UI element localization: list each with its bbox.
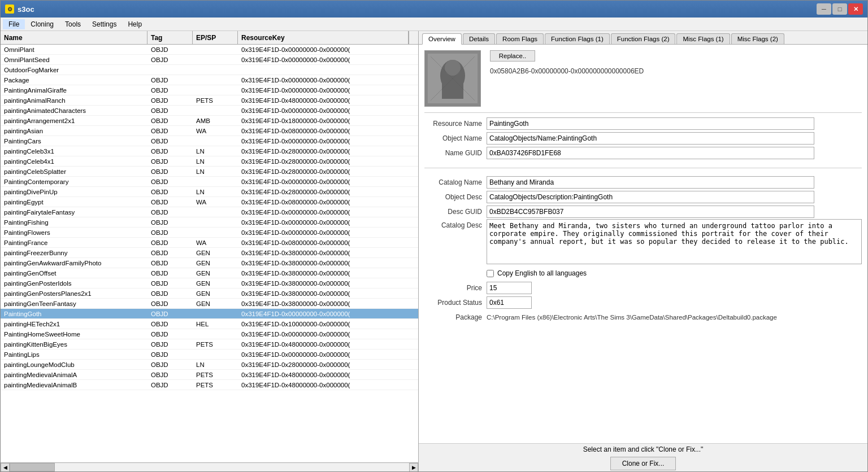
- list-row[interactable]: paintingCelebSplatter OBJD LN 0x319E4F1D…: [1, 167, 418, 177]
- tab-function-flags-2[interactable]: Function Flags (2): [611, 33, 676, 44]
- label-name-guid: Name GUID: [424, 146, 487, 160]
- list-row[interactable]: paintingGenPostersPlanes2x1 OBJD GEN 0x3…: [1, 289, 418, 299]
- list-row[interactable]: PaintingFishing OBJD 0x319E4F1D-0x000000…: [1, 217, 418, 228]
- cell-name: PaintingFishing: [1, 218, 147, 226]
- list-row[interactable]: paintingFairytaleFantasy OBJD 0x319E4F1D…: [1, 207, 418, 217]
- maximize-button[interactable]: □: [832, 3, 847, 15]
- menu-settings[interactable]: Settings: [86, 19, 122, 29]
- list-row[interactable]: PaintingContemporary OBJD 0x319E4F1D-0x0…: [1, 177, 418, 187]
- cell-rk: 0x319E4F1D-0x00000000-0x000000(: [238, 178, 418, 186]
- list-row[interactable]: OmniPlantSeed OBJD 0x319E4F1D-0x00000000…: [1, 55, 418, 65]
- list-row[interactable]: paintingGenPosterIdols OBJD GEN 0x319E4F…: [1, 278, 418, 289]
- tab-misc-flags-1[interactable]: Misc Flags (1): [676, 33, 730, 44]
- cell-rk: 0x319E4F1D-0x28000000-0x000000(: [238, 147, 418, 155]
- list-row[interactable]: paintingAnimalRanch OBJD PETS 0x319E4F1D…: [1, 95, 418, 106]
- input-desc-guid[interactable]: [487, 206, 814, 218]
- textarea-catalog-desc[interactable]: [487, 219, 862, 264]
- form-row-desc-guid: Desc GUID: [424, 204, 862, 219]
- cell-name: PaintingAnimalGiraffe: [1, 86, 147, 94]
- form-row-copy-english: Copy English to all languages: [424, 266, 862, 281]
- list-row[interactable]: PaintingFlowers OBJD 0x319E4F1D-0x000000…: [1, 228, 418, 238]
- list-row[interactable]: paintingGenAwkwardFamilyPhoto OBJD GEN 0…: [1, 258, 418, 268]
- list-row[interactable]: paintingMedievalAnimalB OBJD PETS 0x319E…: [1, 380, 418, 390]
- list-row[interactable]: paintingHETech2x1 OBJD HEL 0x319E4F1D-0x…: [1, 319, 418, 329]
- cell-rk: 0x319E4F1D-0x28000000-0x000000(: [238, 188, 418, 196]
- list-row[interactable]: paintingCeleb4x1 OBJD LN 0x319E4F1D-0x28…: [1, 156, 418, 167]
- form-row-divider: [424, 160, 862, 175]
- list-row[interactable]: paintingGenOffset OBJD GEN 0x319E4F1D-0x…: [1, 268, 418, 278]
- cell-name: paintingGenOffset: [1, 269, 147, 277]
- col-header-epsp[interactable]: EP/SP: [193, 31, 238, 44]
- input-resource-name[interactable]: [487, 117, 814, 130]
- tab-details[interactable]: Details: [463, 33, 495, 44]
- input-catalog-name[interactable]: [487, 176, 814, 189]
- menu-help[interactable]: Help: [122, 19, 147, 29]
- input-product-status[interactable]: [487, 296, 532, 309]
- col-header-tag[interactable]: Tag: [147, 31, 193, 44]
- input-price[interactable]: [487, 282, 532, 294]
- list-row[interactable]: PaintingCars OBJD 0x319E4F1D-0x00000000-…: [1, 136, 418, 146]
- cell-epsp: LN: [193, 361, 238, 369]
- tab-function-flags-1[interactable]: Function Flags (1): [545, 33, 610, 44]
- menu-bar: File Cloning Tools Settings Help: [1, 18, 867, 31]
- list-row[interactable]: paintingKittenBigEyes OBJD PETS 0x319E4F…: [1, 339, 418, 349]
- scroll-track[interactable]: [10, 463, 409, 471]
- window-controls: ─ □ ✕: [817, 3, 863, 15]
- menu-tools[interactable]: Tools: [59, 19, 86, 29]
- cell-name: paintingAnimatedCharacters: [1, 107, 147, 115]
- list-row[interactable]: Package OBJD 0x319E4F1D-0x00000000-0x000…: [1, 75, 418, 85]
- list-row[interactable]: paintingEgypt OBJD WA 0x319E4F1D-0x08000…: [1, 197, 418, 207]
- value-name-guid: [487, 146, 862, 160]
- cell-epsp: [193, 69, 238, 71]
- menu-file[interactable]: File: [3, 19, 25, 29]
- list-row[interactable]: paintingAnimatedCharacters OBJD 0x319E4F…: [1, 106, 418, 116]
- copy-english-checkbox[interactable]: [487, 270, 494, 277]
- list-body[interactable]: OmniPlant OBJD 0x319E4F1D-0x00000000-0x0…: [1, 45, 418, 462]
- left-panel: Name Tag EP/SP ResourceKey OmniPlant OBJ…: [1, 31, 419, 471]
- list-row[interactable]: paintingCeleb3x1 OBJD LN 0x319E4F1D-0x28…: [1, 146, 418, 156]
- cell-rk: 0x319E4F1D-0x08000000-0x000000(: [238, 127, 418, 135]
- list-row[interactable]: PaintingAnimalGiraffe OBJD 0x319E4F1D-0x…: [1, 85, 418, 95]
- tab-overview[interactable]: Overview: [422, 33, 462, 45]
- input-object-desc[interactable]: [487, 191, 814, 203]
- list-row[interactable]: PaintingHomeSweetHome OBJD 0x319E4F1D-0x…: [1, 329, 418, 339]
- cell-tag: OBJD: [147, 330, 193, 338]
- value-copy-english: Copy English to all languages: [487, 266, 862, 281]
- list-row[interactable]: paintingDivePinUp OBJD LN 0x319E4F1D-0x2…: [1, 187, 418, 197]
- minimize-button[interactable]: ─: [817, 3, 831, 15]
- scroll-right-button[interactable]: ▶: [409, 463, 418, 472]
- col-header-name[interactable]: Name: [1, 31, 147, 44]
- input-name-guid[interactable]: [487, 147, 814, 159]
- cell-tag: OBJD: [147, 340, 193, 348]
- input-object-name[interactable]: [487, 132, 814, 145]
- list-row[interactable]: PaintingLips OBJD 0x319E4F1D-0x00000000-…: [1, 349, 418, 360]
- list-row[interactable]: paintingGenTeenFantasy OBJD GEN 0x319E4F…: [1, 299, 418, 309]
- cell-name: paintingMedievalAnimalB: [1, 381, 147, 389]
- cell-tag: OBJD: [147, 137, 193, 145]
- col-header-rk[interactable]: ResourceKey: [238, 31, 409, 44]
- list-row[interactable]: paintingMedievalAnimalA OBJD PETS 0x319E…: [1, 370, 418, 380]
- scroll-thumb[interactable]: [10, 463, 55, 471]
- clone-button[interactable]: Clone or Fix...: [610, 457, 676, 470]
- horizontal-scrollbar[interactable]: ◀ ▶: [1, 462, 418, 471]
- list-row[interactable]: OmniPlant OBJD 0x319E4F1D-0x00000000-0x0…: [1, 45, 418, 55]
- list-row[interactable]: OutdoorFogMarker: [1, 65, 418, 75]
- cell-epsp: PETS: [193, 340, 238, 348]
- list-row[interactable]: PaintingGoth OBJD 0x319E4F1D-0x00000000-…: [1, 309, 418, 319]
- list-row[interactable]: paintingLoungeModClub OBJD LN 0x319E4F1D…: [1, 360, 418, 370]
- list-row[interactable]: PaintingFrance OBJD WA 0x319E4F1D-0x0800…: [1, 238, 418, 248]
- menu-cloning[interactable]: Cloning: [25, 19, 59, 29]
- form-row-object-name: Object Name: [424, 131, 862, 146]
- close-button[interactable]: ✕: [848, 3, 863, 15]
- window-title: s3oc: [18, 5, 34, 14]
- cell-rk: 0x319E4F1D-0x10000000-0x000000(: [238, 320, 418, 328]
- tab-room-flags[interactable]: Room Flags: [496, 33, 544, 44]
- divider-1: [424, 112, 862, 113]
- scroll-left-button[interactable]: ◀: [1, 463, 10, 472]
- list-row[interactable]: paintingAsian OBJD WA 0x319E4F1D-0x08000…: [1, 126, 418, 136]
- list-row[interactable]: paintingArrangement2x1 OBJD AMB 0x319E4F…: [1, 116, 418, 126]
- tab-misc-flags-2[interactable]: Misc Flags (2): [731, 33, 784, 44]
- replace-button[interactable]: Replace..: [490, 50, 535, 62]
- value-object-desc: [487, 190, 862, 204]
- list-row[interactable]: paintingFreezerBunny OBJD GEN 0x319E4F1D…: [1, 248, 418, 258]
